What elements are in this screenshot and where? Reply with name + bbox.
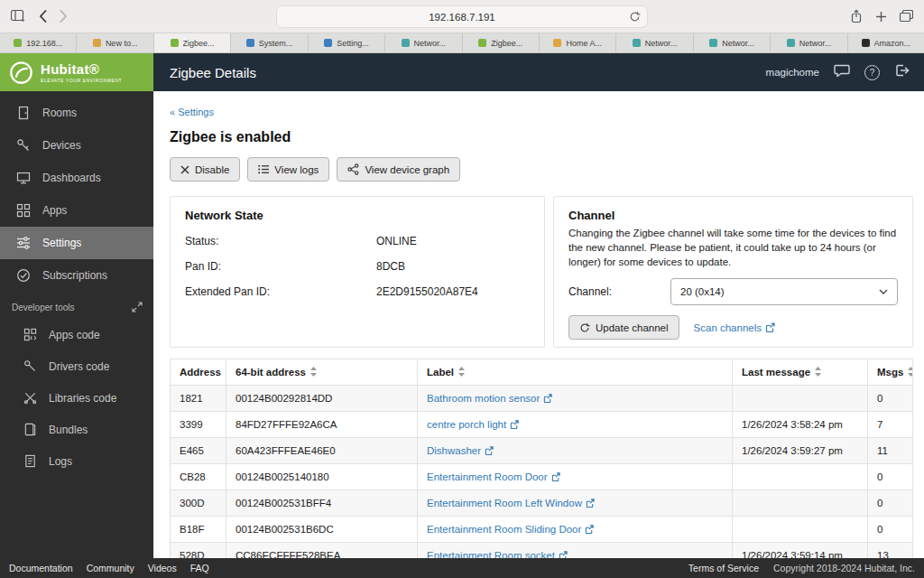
sidebar-item-label: Drivers code bbox=[49, 360, 109, 373]
url-bar[interactable]: 192.168.7.191 bbox=[276, 5, 648, 28]
device-link[interactable]: centre porch light bbox=[427, 419, 519, 430]
terms-of-service-link[interactable]: Terms of Service bbox=[688, 563, 759, 573]
developer-tools-toggle[interactable]: Developer tools bbox=[0, 292, 153, 319]
column-header-msgs[interactable]: Msgs bbox=[868, 359, 913, 386]
device-link[interactable]: Bathroom motion sensor bbox=[427, 393, 552, 404]
column-header-address[interactable]: Address bbox=[171, 359, 226, 386]
external-link-icon bbox=[543, 394, 552, 403]
device-link[interactable]: Dishwasher bbox=[427, 445, 494, 456]
chat-icon[interactable] bbox=[834, 63, 850, 81]
device-link[interactable]: Entertainment Room socket bbox=[427, 550, 568, 558]
sidebar: Rooms Devices Dashboards Apps Settings S… bbox=[0, 91, 153, 558]
tab-label: Networ... bbox=[414, 39, 447, 48]
channel-actions: Update channel Scan channels bbox=[568, 315, 898, 340]
rooms-icon bbox=[16, 106, 31, 120]
device-link[interactable]: Entertainment Room Left Window bbox=[427, 498, 595, 508]
sort-icon[interactable] bbox=[310, 367, 317, 377]
tab-favicon bbox=[14, 39, 22, 47]
browser-tab[interactable]: Networ... bbox=[385, 33, 462, 52]
cell-address: 3399 bbox=[171, 412, 226, 438]
column-header-label[interactable]: Label bbox=[418, 359, 733, 386]
username[interactable]: magichome bbox=[766, 67, 819, 78]
sidebar-item-settings[interactable]: Settings bbox=[0, 227, 153, 259]
sort-icon[interactable] bbox=[908, 367, 912, 377]
external-link-icon bbox=[551, 472, 560, 481]
tab-favicon bbox=[787, 39, 795, 47]
sidebar-item-label: Devices bbox=[42, 139, 81, 152]
header-label: Last message bbox=[742, 367, 810, 378]
browser-tab[interactable]: System... bbox=[231, 33, 308, 52]
sidebar-item-apps-code[interactable]: Apps code bbox=[0, 319, 153, 350]
new-tab-icon[interactable] bbox=[875, 11, 887, 23]
sidebar-item-apps[interactable]: Apps bbox=[0, 194, 153, 227]
sort-icon[interactable] bbox=[458, 367, 465, 377]
browser-tab[interactable]: Zigbee... bbox=[463, 33, 540, 52]
footer-link-documentation[interactable]: Documentation bbox=[9, 563, 73, 573]
network-field-extpanid: Extended Pan ID: 2E2D9155020A87E4 bbox=[185, 285, 530, 298]
scan-channels-link[interactable]: Scan channels bbox=[694, 322, 775, 333]
sidebar-item-rooms[interactable]: Rooms bbox=[0, 97, 153, 129]
apps-code-icon bbox=[23, 328, 37, 341]
network-field-status: Status: ONLINE bbox=[185, 235, 530, 247]
sidebar-item-drivers-code[interactable]: Drivers code bbox=[0, 350, 153, 382]
refresh-icon[interactable] bbox=[629, 11, 641, 24]
table-header-row: Address 64-bit address Label Last messag… bbox=[171, 359, 913, 386]
sidebar-toggle-icon[interactable] bbox=[11, 10, 26, 23]
channel-title: Channel bbox=[568, 209, 898, 222]
tab-label: Zigbee... bbox=[183, 39, 215, 48]
brand-name: Hubitat® bbox=[41, 62, 122, 76]
share-icon[interactable] bbox=[850, 9, 863, 23]
footer-link-videos[interactable]: Videos bbox=[148, 563, 177, 573]
sidebar-item-bundles[interactable]: Bundles bbox=[0, 414, 153, 445]
field-label: Pan ID: bbox=[185, 260, 376, 273]
back-icon[interactable] bbox=[39, 10, 47, 23]
external-link-icon bbox=[765, 322, 775, 332]
brand-logo-block[interactable]: Hubitat® ELEVATE YOUR ENVIRONMENT bbox=[0, 53, 153, 91]
tab-label: Amazon... bbox=[874, 39, 911, 48]
update-channel-button-label: Update channel bbox=[596, 322, 669, 333]
view-device-graph-button[interactable]: View device graph bbox=[337, 157, 460, 182]
browser-tab[interactable]: Networ... bbox=[771, 33, 847, 52]
device-link[interactable]: Entertainment Room Door bbox=[427, 471, 560, 482]
cell-last-message: 1/26/2024 3:59:27 pm bbox=[733, 438, 868, 464]
browser-tab[interactable]: Networ... bbox=[616, 33, 693, 52]
forward-icon[interactable] bbox=[60, 10, 68, 23]
device-graph-icon bbox=[347, 163, 359, 175]
sidebar-item-subscriptions[interactable]: Subscriptions bbox=[0, 259, 153, 292]
disable-button[interactable]: Disable bbox=[170, 157, 240, 182]
sidebar-item-label: Apps code bbox=[49, 329, 100, 341]
header-label: 64-bit address bbox=[236, 367, 306, 378]
action-row: Disable View logs View device graph bbox=[170, 157, 913, 182]
main-content: « Settings Zigbee is enabled Disable Vie… bbox=[153, 91, 924, 558]
browser-tab[interactable]: New to... bbox=[77, 33, 153, 52]
device-label: Entertainment Room Door bbox=[427, 471, 548, 482]
breadcrumb-settings-link[interactable]: « Settings bbox=[170, 107, 214, 117]
sidebar-item-libraries-code[interactable]: Libraries code bbox=[0, 382, 153, 414]
column-header-last-message[interactable]: Last message bbox=[733, 359, 868, 386]
browser-tab[interactable]: Setting... bbox=[309, 33, 385, 52]
footer-link-community[interactable]: Community bbox=[87, 563, 134, 573]
sidebar-item-dashboards[interactable]: Dashboards bbox=[0, 162, 153, 194]
channel-select[interactable]: 20 (0x14) bbox=[670, 278, 898, 305]
browser-tab[interactable]: Amazon... bbox=[848, 33, 924, 52]
view-logs-button[interactable]: View logs bbox=[247, 157, 329, 182]
sidebar-item-logs[interactable]: Logs bbox=[0, 445, 153, 477]
browser-tab[interactable]: Networ... bbox=[694, 33, 771, 52]
device-link[interactable]: Entertainment Room Sliding Door bbox=[427, 524, 594, 535]
tab-overview-icon[interactable] bbox=[900, 10, 913, 23]
cell-addr64: CC86ECFFFE528BEA bbox=[226, 543, 418, 559]
tab-favicon bbox=[478, 39, 486, 47]
help-icon[interactable]: ? bbox=[864, 65, 880, 80]
header-label: Label bbox=[427, 367, 454, 378]
drivers-code-icon bbox=[23, 359, 37, 373]
footer-link-faq[interactable]: FAQ bbox=[190, 563, 209, 573]
browser-tab[interactable]: 192.168... bbox=[0, 33, 77, 52]
update-channel-button[interactable]: Update channel bbox=[568, 315, 679, 340]
logout-icon[interactable] bbox=[894, 63, 910, 81]
sidebar-item-devices[interactable]: Devices bbox=[0, 129, 153, 162]
browser-tab[interactable]: Home A... bbox=[540, 33, 616, 52]
column-header-addr64[interactable]: 64-bit address bbox=[226, 359, 418, 386]
sort-icon[interactable] bbox=[815, 367, 821, 377]
device-label: Entertainment Room Left Window bbox=[427, 498, 582, 508]
browser-tab-active[interactable]: Zigbee... bbox=[154, 33, 231, 52]
